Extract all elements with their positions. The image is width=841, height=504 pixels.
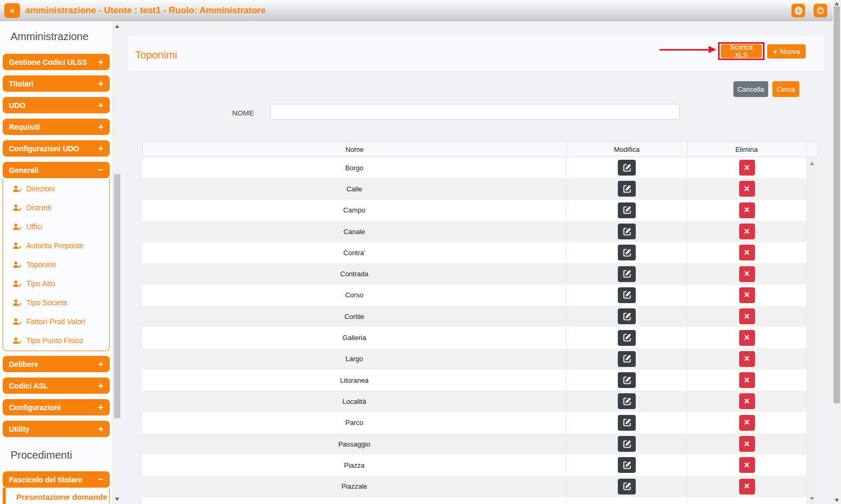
sidebar-menu-generali[interactable]: Generali− (3, 162, 110, 178)
sidebar-collapse-button[interactable]: « (4, 3, 20, 18)
sidebar-scrollbar-thumb[interactable] (114, 174, 120, 418)
delete-row-button[interactable]: × (739, 457, 755, 473)
user-edit-icon (13, 185, 22, 192)
sidebar-item-label: Presentazione domande (16, 492, 108, 501)
column-header-modifica: Modifica (566, 142, 687, 157)
logout-button[interactable] (814, 4, 827, 17)
elimina-cell: × (687, 242, 806, 263)
delete-row-button[interactable]: × (739, 224, 755, 239)
table-scroll-up-arrow[interactable] (810, 162, 814, 165)
table-row (142, 497, 806, 504)
user-edit-icon (13, 337, 22, 344)
sidebar-menu-codici-asl[interactable]: Codici ASL+ (3, 377, 110, 394)
edit-row-button[interactable] (618, 181, 636, 197)
sidebar-menu-delibere[interactable]: Delibere+ (3, 356, 110, 372)
edit-row-button[interactable] (618, 330, 636, 346)
table-row: Corso× (142, 285, 806, 306)
elimina-cell: × (687, 306, 806, 327)
sidebar-menu-gestione-codici-ulss[interactable]: Gestione Codici ULSS+ (3, 54, 110, 70)
sidebar-item-fattori-prod-valori[interactable]: Fattori Prod Valori (3, 312, 109, 331)
pencil-square-icon (623, 249, 631, 257)
page-scroll-down-arrow[interactable] (835, 499, 839, 502)
edit-row-button[interactable] (618, 202, 636, 218)
delete-row-button[interactable]: × (739, 436, 755, 452)
delete-row-button[interactable]: × (739, 202, 755, 218)
delete-row-button[interactable]: × (739, 308, 755, 324)
sidebar-item-tipo-societa[interactable]: Tipo Societa (3, 293, 109, 312)
sidebar-item-tipo-atto[interactable]: Tipo Atto (3, 274, 109, 293)
page-scrollbar[interactable] (833, 0, 841, 504)
delete-row-button[interactable]: × (739, 287, 755, 303)
delete-row-button[interactable]: × (739, 351, 755, 367)
edit-row-button[interactable] (618, 224, 636, 239)
plus-icon: + (773, 47, 778, 56)
x-icon: × (744, 354, 750, 363)
language-button[interactable] (791, 4, 805, 17)
table-row: Parco× (142, 412, 806, 433)
pencil-square-icon (623, 206, 631, 214)
edit-row-button[interactable] (618, 308, 636, 324)
sidebar-menu-utility[interactable]: Utility+ (3, 421, 110, 437)
delete-row-button[interactable]: × (739, 181, 755, 197)
sidebar-menu-requisiti[interactable]: Requisiti+ (3, 119, 110, 135)
sidebar-menu-configurazioni-udo[interactable]: Configurazioni UDO+ (3, 140, 110, 157)
name-search-input[interactable] (270, 104, 680, 120)
table-scrollbar[interactable] (806, 157, 818, 504)
table-header-row: Nome Modifica Elimina (142, 141, 818, 157)
delete-row-button[interactable]: × (739, 330, 755, 346)
sidebar-item-presentazione-domande[interactable]: Presentazione domande (3, 488, 109, 504)
edit-row-button[interactable] (618, 457, 636, 473)
sidebar-item-direzioni[interactable]: Direzioni (3, 179, 109, 198)
delete-row-button[interactable]: × (739, 266, 755, 282)
delete-row-button[interactable]: × (739, 479, 755, 495)
column-header-spacer (806, 142, 817, 157)
elimina-cell: × (687, 391, 806, 412)
sidebar-item-distretti[interactable]: Distretti (3, 198, 109, 217)
sidebar-menu-udo[interactable]: UDO+ (3, 97, 110, 113)
delete-row-button[interactable]: × (739, 160, 755, 176)
delete-row-button[interactable]: × (739, 415, 755, 431)
page-scrollbar-thumb[interactable] (834, 6, 840, 403)
sidebar-item-label: Toponimi (26, 260, 56, 269)
sidebar-menu-configurazioni[interactable]: Configurazioni+ (3, 399, 110, 415)
sidebar-scrollbar[interactable] (112, 21, 121, 504)
delete-row-button[interactable]: × (739, 372, 755, 388)
sidebar-menu-group-admin2: Delibere+Codici ASL+Configurazioni+Utili… (0, 356, 112, 437)
edit-row-button[interactable] (618, 245, 636, 260)
edit-row-button[interactable] (618, 372, 636, 388)
delete-row-button[interactable]: × (739, 393, 755, 409)
sidebar-item-uffici[interactable]: Uffici (3, 217, 109, 236)
edit-row-button[interactable] (618, 266, 636, 282)
page-scroll-up-arrow[interactable] (835, 2, 839, 5)
sidebar-item-label: Distretti (26, 203, 51, 212)
user-edit-icon (13, 242, 22, 249)
new-item-button[interactable]: + Nuova (767, 44, 806, 59)
clear-search-button[interactable]: Cancella (733, 81, 768, 97)
edit-row-button[interactable] (618, 351, 636, 367)
sidebar-item-autorita-preposte[interactable]: Autorita Preposte (3, 236, 109, 255)
elimina-cell: × (687, 263, 806, 284)
elimina-cell: × (687, 433, 806, 454)
sidebar-item-toponimi[interactable]: Toponimi (3, 255, 109, 274)
sidebar-menu-fascicolo-del-titolare[interactable]: Fascicolo del titolare− (3, 471, 110, 488)
edit-row-button[interactable] (618, 160, 636, 176)
edit-row-button[interactable] (618, 287, 636, 303)
scroll-down-arrow[interactable] (115, 498, 119, 501)
edit-row-button[interactable] (618, 415, 636, 431)
table-row: Piazza× (142, 454, 806, 476)
sidebar-menu-group-admin: Gestione Codici ULSS+Titolari+UDO+Requis… (0, 54, 112, 351)
power-icon (816, 6, 825, 15)
scroll-up-arrow[interactable] (115, 25, 119, 28)
delete-row-button[interactable]: × (739, 245, 755, 260)
sidebar-item-label: Tipo Punto Fisico (26, 336, 83, 345)
edit-row-button[interactable] (618, 393, 636, 409)
sidebar-menu-titolari[interactable]: Titolari+ (3, 75, 110, 92)
search-button[interactable]: Cerca (772, 81, 799, 97)
table-row: Calle× (142, 178, 806, 199)
table-scroll-down-arrow[interactable] (810, 497, 814, 500)
edit-row-button[interactable] (618, 479, 636, 495)
download-xls-button[interactable]: Scarica XLS (721, 44, 762, 58)
toponimo-name-cell: Località (142, 391, 566, 412)
sidebar-item-tipo-punto-fisico[interactable]: Tipo Punto Fisico (3, 331, 109, 350)
edit-row-button[interactable] (618, 436, 636, 452)
